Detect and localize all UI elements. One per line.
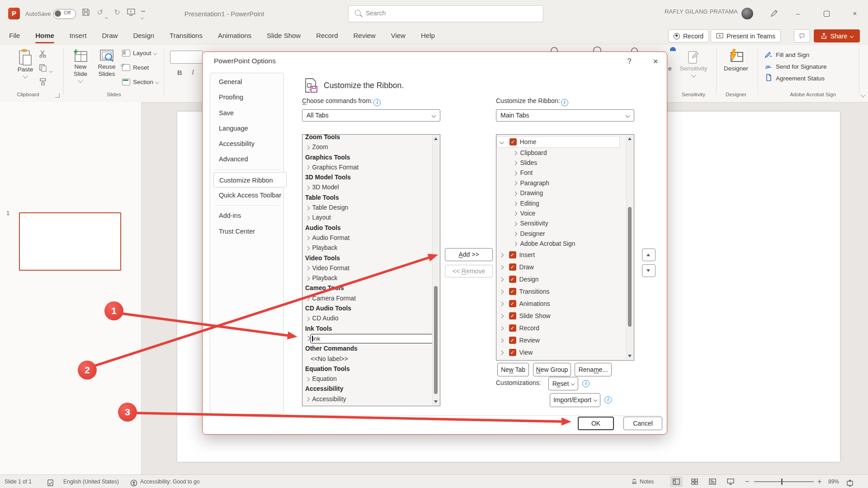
customize-qat-icon[interactable] — [141, 11, 145, 21]
ribbon-group-designer[interactable]: Designer — [496, 229, 627, 239]
dialog-nav-language[interactable]: Language — [210, 121, 283, 136]
ribbon-tab-insert[interactable]: ✓Insert — [496, 249, 627, 261]
ribbon-group-voice[interactable]: Voice — [496, 208, 627, 218]
checkbox-checked[interactable]: ✓ — [509, 337, 516, 344]
ribbon-tab-transitions[interactable]: ✓Transitions — [496, 286, 627, 298]
coming-soon-pen-icon[interactable] — [769, 9, 778, 20]
scroll-up-icon[interactable] — [628, 137, 632, 140]
new-tab-button[interactable]: New Tab — [497, 363, 529, 376]
save-icon[interactable] — [81, 8, 90, 19]
reuse-slides-button[interactable]: Reuse Slides — [94, 49, 119, 78]
slideshow-view-button[interactable] — [724, 476, 737, 487]
command-item-zoom[interactable]: Zoom — [302, 142, 433, 152]
copy-icon[interactable] — [39, 64, 47, 74]
command-item-table-design[interactable]: Table Design — [302, 203, 433, 213]
ribbon-tree-scrollbar[interactable] — [626, 135, 633, 360]
rename-input[interactable]: Ink — [310, 334, 434, 343]
move-up-button[interactable] — [642, 249, 656, 261]
checkbox-checked[interactable]: ✓ — [509, 300, 516, 307]
collapse-ribbon-icon[interactable] — [861, 90, 865, 99]
account-name[interactable]: RAFLY GILANG PRATAMA — [656, 8, 738, 15]
record-button[interactable]: Record — [668, 29, 709, 42]
accessibility-status[interactable]: Accessibility: Good to go — [140, 475, 199, 488]
tab-animations[interactable]: Animations — [217, 27, 252, 45]
command-item-video-format[interactable]: Video Format — [302, 263, 433, 273]
ribbon-tab-view[interactable]: ✓View — [496, 347, 627, 359]
info-icon[interactable]: i — [373, 99, 381, 106]
ribbon-group-editing[interactable]: Editing — [496, 198, 627, 208]
scroll-down-icon[interactable] — [628, 355, 632, 357]
checkbox-checked[interactable]: ✓ — [509, 349, 516, 356]
command-item-camera-format[interactable]: Camera Format — [302, 294, 433, 304]
ribbon-tab-slide-show[interactable]: ✓Slide Show — [496, 310, 627, 322]
command-item-playback[interactable]: Playback — [302, 243, 433, 253]
command-item-accessibility[interactable]: Accessibility — [302, 394, 433, 404]
dialog-nav-proofing[interactable]: Proofing — [210, 89, 283, 105]
scroll-up-icon[interactable] — [434, 137, 438, 140]
dialog-nav-save[interactable]: Save — [210, 105, 283, 121]
tab-home[interactable]: Home — [34, 27, 55, 45]
copy-dropdown-icon[interactable] — [50, 66, 52, 74]
ribbon-group-drawing[interactable]: Drawing — [496, 188, 627, 198]
checkbox-checked[interactable]: ✓ — [509, 251, 516, 258]
redo-icon[interactable]: ↻ — [112, 7, 122, 19]
import-export-info[interactable]: i — [604, 394, 612, 404]
spellcheck-icon[interactable] — [47, 478, 54, 485]
fit-to-window-icon[interactable] — [846, 478, 854, 485]
ribbon-tab-record[interactable]: ✓Record — [496, 322, 627, 334]
normal-view-button[interactable] — [670, 476, 683, 487]
restore-button[interactable] — [821, 9, 832, 20]
tab-insert[interactable]: Insert — [69, 27, 88, 45]
italic-button[interactable]: I — [192, 69, 194, 76]
ribbon-group-adobe-acrobat-sign[interactable]: Adobe Acrobat Sign — [496, 239, 627, 249]
remove-button[interactable]: << Remove — [445, 265, 493, 277]
reset-button-ribbon[interactable]: ↺ Reset — [122, 64, 149, 71]
ribbon-group-slides[interactable]: Slides — [496, 158, 627, 168]
checkbox-checked[interactable]: ✓ — [509, 312, 516, 319]
add-button[interactable]: Add >> — [445, 248, 493, 261]
notes-button[interactable]: Notes — [631, 475, 654, 488]
dialog-nav-quick-access-toolbar[interactable]: Quick Access Toolbar — [210, 188, 283, 203]
tab-design[interactable]: Design — [132, 27, 155, 45]
checkbox-checked[interactable]: ✓ — [509, 288, 516, 295]
dialog-help-button[interactable]: ? — [623, 56, 636, 67]
command-item-graphics-format[interactable]: Graphics Format — [302, 163, 433, 173]
command-item-equation[interactable]: Equation — [302, 374, 433, 384]
ribbon-group-sensitivity[interactable]: Sensitivity — [496, 219, 627, 229]
acrobat-agreement-status-button[interactable]: Agreement Status — [765, 72, 827, 84]
zoom-out-button[interactable]: − — [745, 475, 749, 488]
customize-ribbon-dropdown[interactable]: Main Tabs — [496, 109, 634, 122]
new-group-button[interactable]: New Group — [533, 363, 571, 376]
close-window-button[interactable]: × — [849, 8, 861, 19]
bold-button[interactable]: B — [177, 69, 182, 76]
reset-dropdown-button[interactable]: Reset — [548, 377, 578, 390]
dialog-nav-advanced[interactable]: Advanced — [210, 151, 283, 167]
tab-record[interactable]: Record — [315, 27, 339, 45]
reading-view-button[interactable] — [706, 476, 719, 487]
ribbon-tree[interactable]: ✓HomeClipboardSlidesFontParagraphDrawing… — [496, 134, 634, 361]
clipboard-dialog-launcher-icon[interactable] — [55, 93, 60, 98]
zoom-level[interactable]: 89% — [828, 475, 839, 488]
search-input[interactable]: Search — [348, 5, 543, 22]
sensitivity-button[interactable]: Sensitivity — [681, 49, 706, 77]
share-button[interactable]: Share — [814, 29, 860, 42]
scroll-down-icon[interactable] — [434, 400, 438, 403]
slide-thumbnail[interactable] — [19, 212, 121, 271]
command-item-layout[interactable]: Layout — [302, 213, 433, 223]
scroll-thumb[interactable] — [628, 207, 632, 327]
checkbox-checked[interactable]: ✓ — [509, 263, 516, 271]
ribbon-tab-review[interactable]: ✓Review — [496, 334, 627, 347]
commands-list[interactable]: Zoom ToolsZoomGraphics ToolsGraphics For… — [302, 134, 440, 406]
avatar[interactable] — [741, 8, 753, 19]
comments-button[interactable] — [794, 29, 810, 42]
choose-commands-dropdown[interactable]: All Tabs — [302, 109, 440, 122]
zoom-slider[interactable] — [754, 481, 814, 482]
tab-view[interactable]: View — [390, 27, 406, 45]
checkbox-checked[interactable]: ✓ — [509, 324, 516, 332]
import-export-button[interactable]: Import/Export — [550, 393, 600, 407]
command-item-cd-audio[interactable]: CD Audio — [302, 314, 433, 324]
new-slide-button[interactable]: New Slide — [69, 49, 92, 82]
slide-sorter-view-button[interactable] — [688, 476, 701, 487]
acrobat-send-for-signature-button[interactable]: Send for Signature — [765, 61, 827, 72]
command-item-playback[interactable]: Playback — [302, 273, 433, 283]
